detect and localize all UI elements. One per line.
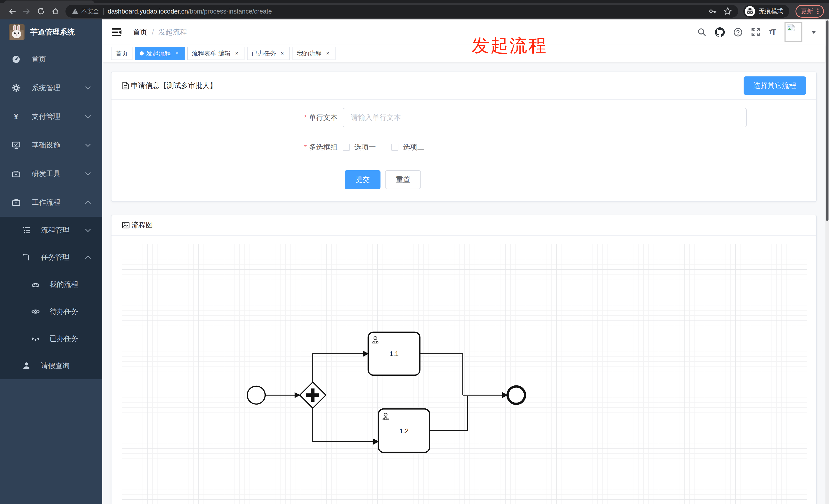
bpmn-end-event bbox=[508, 386, 525, 404]
close-icon[interactable] bbox=[234, 50, 240, 56]
task-label: 1.2 bbox=[399, 427, 409, 435]
chevron-down-icon bbox=[85, 115, 91, 119]
sidebar-item-done-tasks[interactable]: 已办任务 bbox=[0, 325, 102, 352]
field-label: 单行文本 bbox=[111, 113, 343, 122]
sidebar-item-label: 支付管理 bbox=[32, 112, 60, 121]
eye-closed-icon bbox=[31, 334, 40, 343]
help-icon[interactable] bbox=[733, 28, 743, 37]
github-icon[interactable] bbox=[715, 27, 725, 37]
annotation-overlay-text: 发起流程 bbox=[471, 34, 547, 58]
gauge-icon bbox=[12, 55, 21, 64]
eye-icon bbox=[31, 307, 40, 316]
submit-button[interactable]: 提交 bbox=[345, 170, 381, 189]
reload-button[interactable] bbox=[34, 5, 48, 18]
font-size-icon[interactable] bbox=[769, 28, 776, 37]
page-content: 申请信息【测试多审批人】 选择其它流程 单行文本 多选框组 bbox=[102, 62, 825, 504]
password-key-icon[interactable] bbox=[709, 7, 717, 15]
sidebar-item-infrastructure[interactable]: 基础设施 bbox=[0, 131, 102, 159]
sidebar-item-todo-tasks[interactable]: 待办任务 bbox=[0, 298, 102, 325]
browser-tabstrip bbox=[0, 0, 829, 3]
incognito-icon bbox=[745, 6, 755, 16]
choose-other-process-button[interactable]: 选择其它流程 bbox=[744, 76, 806, 95]
app-title: 芋道管理系统 bbox=[30, 27, 75, 37]
form-item-single-text: 单行文本 bbox=[111, 108, 816, 127]
apply-card-header: 申请信息【测试多审批人】 选择其它流程 bbox=[111, 72, 816, 100]
chevron-up-icon bbox=[85, 200, 91, 204]
sidebar-item-workflow[interactable]: 工作流程 bbox=[0, 188, 102, 217]
sidebar-collapse-icon[interactable] bbox=[111, 28, 122, 37]
browser-toolbar: 不安全 dashboard.yudao.iocoder.cn/bpm/proce… bbox=[0, 3, 829, 20]
chevron-down-icon bbox=[85, 172, 91, 176]
yen-icon: ¥ bbox=[12, 112, 21, 121]
monitor-icon bbox=[12, 141, 21, 150]
search-icon[interactable] bbox=[697, 28, 706, 37]
bpmn-canvas[interactable]: 1.1 1.2 bbox=[122, 244, 807, 504]
omnibox-divider bbox=[103, 8, 104, 15]
person-icon bbox=[22, 361, 31, 370]
checkbox-option-1[interactable]: 选项一 bbox=[343, 142, 376, 152]
briefcase-icon bbox=[12, 169, 21, 178]
main-area: 首页 发起流程 发起流程 bbox=[102, 20, 825, 504]
avatar-broken-image[interactable] bbox=[785, 22, 802, 42]
page-scrollbar-thumb[interactable] bbox=[826, 21, 828, 221]
tag-tab-form-edit[interactable]: 流程表单-编辑 bbox=[187, 47, 245, 60]
incognito-label: 无痕模式 bbox=[759, 7, 783, 15]
sidebar-item-home[interactable]: 首页 bbox=[0, 45, 102, 74]
close-icon[interactable] bbox=[174, 50, 180, 56]
picture-icon bbox=[122, 221, 130, 229]
sidebar-item-my-process[interactable]: 我的流程 bbox=[0, 271, 102, 298]
sidebar-item-system[interactable]: 系统管理 bbox=[0, 74, 102, 102]
app-logo-row[interactable]: 芋道管理系统 bbox=[0, 20, 102, 45]
browser-menu-kebab-icon[interactable] bbox=[817, 8, 819, 14]
url-bar[interactable]: 不安全 dashboard.yudao.iocoder.cn/bpm/proce… bbox=[66, 5, 738, 17]
checkbox-icon[interactable] bbox=[391, 144, 398, 151]
sidebar-item-devtools[interactable]: 研发工具 bbox=[0, 159, 102, 188]
sidebar-item-payment[interactable]: ¥ 支付管理 bbox=[0, 102, 102, 131]
url-host: dashboard.yudao.iocoder.cn bbox=[108, 8, 188, 15]
caret-down-icon[interactable] bbox=[811, 31, 816, 34]
sidebar-item-process-mgmt[interactable]: 流程管理 bbox=[0, 217, 102, 244]
tag-tab-done-tasks[interactable]: 已办任务 bbox=[247, 47, 290, 60]
url-text: dashboard.yudao.iocoder.cn/bpm/process-i… bbox=[108, 8, 272, 15]
sidebar-item-label: 已办任务 bbox=[49, 334, 78, 344]
checkbox-icon[interactable] bbox=[343, 144, 350, 151]
bpmn-user-task-1-2: 1.2 bbox=[379, 409, 430, 452]
security-label: 不安全 bbox=[81, 7, 99, 15]
sidebar-item-label: 流程管理 bbox=[41, 225, 70, 235]
single-text-input[interactable] bbox=[343, 108, 747, 127]
forward-button[interactable] bbox=[20, 5, 34, 18]
browser-active-tab[interactable] bbox=[4, 1, 94, 3]
update-button[interactable]: 更新 bbox=[795, 5, 824, 17]
close-icon[interactable] bbox=[279, 50, 285, 56]
checkbox-option-2[interactable]: 选项二 bbox=[391, 142, 425, 152]
breadcrumb-separator bbox=[152, 28, 154, 36]
page-scrollbar[interactable] bbox=[825, 20, 829, 504]
home-button[interactable] bbox=[48, 5, 62, 18]
diagram-card-title: 流程图 bbox=[132, 220, 153, 230]
reset-button[interactable]: 重置 bbox=[385, 170, 421, 189]
form-item-checkbox-group: 多选框组 选项一 选项二 bbox=[111, 138, 816, 157]
sidebar-item-label: 我的流程 bbox=[49, 280, 78, 289]
diagram-card-header: 流程图 bbox=[111, 215, 816, 236]
back-button[interactable] bbox=[5, 5, 20, 18]
sidebar-item-label: 请假查询 bbox=[41, 361, 70, 371]
apply-info-card: 申请信息【测试多审批人】 选择其它流程 单行文本 多选框组 bbox=[111, 72, 817, 202]
face-icon bbox=[31, 280, 40, 289]
apply-card-title: 申请信息【测试多审批人】 bbox=[131, 81, 217, 90]
apply-form: 单行文本 多选框组 选项一 bbox=[111, 100, 816, 201]
sidebar-item-task-mgmt[interactable]: 任务管理 bbox=[0, 244, 102, 271]
close-icon[interactable] bbox=[325, 50, 331, 56]
tag-tab-my-process[interactable]: 我的流程 bbox=[292, 47, 335, 60]
header-actions bbox=[697, 22, 816, 42]
breadcrumb-home[interactable]: 首页 bbox=[133, 27, 147, 37]
breadcrumb-current: 发起流程 bbox=[158, 27, 187, 37]
chevron-down-icon bbox=[85, 228, 91, 232]
tag-tab-start-process[interactable]: 发起流程 bbox=[135, 47, 185, 60]
bookmark-star-icon[interactable] bbox=[723, 7, 732, 15]
fullscreen-icon[interactable] bbox=[751, 28, 760, 37]
sidebar-item-leave-query[interactable]: 请假查询 bbox=[0, 352, 102, 379]
field-label: 多选框组 bbox=[111, 142, 343, 152]
app-logo-image bbox=[9, 24, 25, 40]
tag-tab-home[interactable]: 首页 bbox=[111, 47, 133, 60]
flow-icon bbox=[22, 253, 31, 262]
